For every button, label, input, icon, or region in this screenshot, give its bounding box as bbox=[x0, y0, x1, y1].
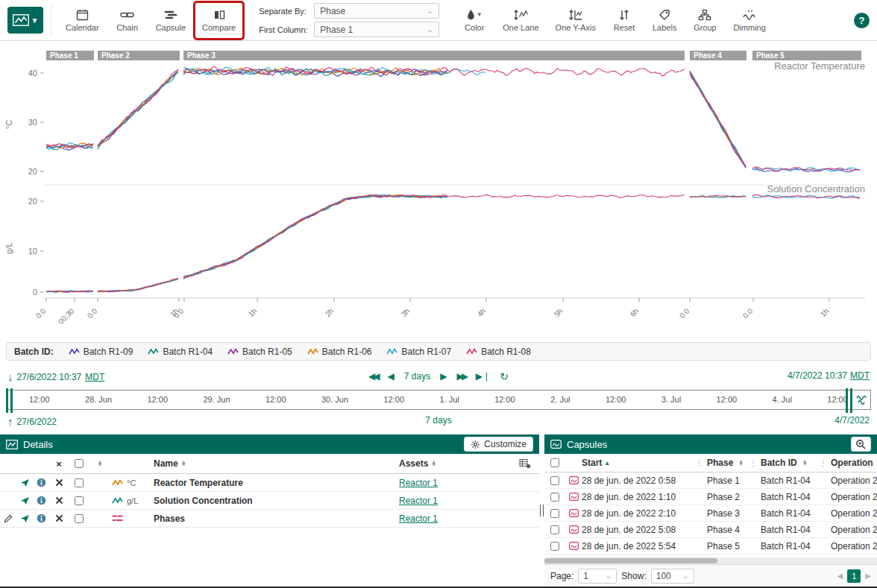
column-menu-icon[interactable]: ⋮ bbox=[749, 459, 757, 467]
show-select[interactable]: 100 ⌄ bbox=[651, 569, 694, 584]
refresh-icon[interactable]: ↻ bbox=[500, 370, 509, 382]
page-select[interactable]: 1 ⌄ bbox=[578, 569, 617, 584]
send-to-organizer-icon[interactable] bbox=[16, 514, 33, 523]
timezone-link[interactable]: MDT bbox=[850, 370, 870, 381]
scrubber-end-handle[interactable] bbox=[846, 388, 848, 413]
name-column-header[interactable]: Name ▲▼ bbox=[154, 458, 399, 469]
timeline-scrubber[interactable]: 12:00 28. Jun 12:00 29. Jun 12:00 30. Ju… bbox=[6, 390, 871, 410]
info-icon[interactable] bbox=[33, 513, 49, 523]
compare-button[interactable]: Compare bbox=[195, 3, 242, 38]
start-column-header[interactable]: Start ▲ ⋮ bbox=[582, 458, 707, 468]
pan-right-double-icon[interactable]: ▶▶ bbox=[456, 371, 465, 382]
send-to-organizer-icon[interactable] bbox=[16, 478, 33, 487]
row-checkbox[interactable] bbox=[75, 496, 84, 505]
scrubber-start-handle[interactable] bbox=[10, 388, 13, 413]
row-checkbox[interactable] bbox=[550, 476, 559, 485]
color-button[interactable]: ▼ Color bbox=[456, 3, 493, 38]
calendar-button[interactable]: Calendar bbox=[59, 3, 106, 38]
timezone-link[interactable]: MDT bbox=[85, 372, 104, 382]
send-to-organizer-icon[interactable] bbox=[16, 496, 33, 505]
one-lane-button[interactable]: One Lane bbox=[496, 3, 545, 38]
row-checkbox[interactable] bbox=[550, 525, 559, 534]
asset-link[interactable]: Reactor 1 bbox=[399, 513, 438, 524]
trend-line[interactable] bbox=[447, 195, 685, 197]
pan-right-icon[interactable]: ▶ bbox=[440, 371, 447, 382]
labels-button[interactable]: Labels bbox=[646, 3, 683, 38]
trend-line[interactable] bbox=[98, 279, 178, 291]
dimming-icon bbox=[742, 8, 757, 21]
timeline-tick: 28. Jun bbox=[85, 395, 112, 404]
customize-button[interactable]: Customize bbox=[464, 437, 533, 452]
capsules-table-header: Start ▲ ⋮ Phase ▲▼ ⋮ Batch ID ▲▼ ⋮ Opera… bbox=[544, 454, 877, 472]
dimming-button[interactable]: Dimming bbox=[726, 3, 772, 38]
row-checkbox[interactable] bbox=[75, 478, 84, 487]
help-button[interactable]: ? bbox=[854, 13, 870, 28]
info-icon[interactable] bbox=[33, 496, 49, 505]
go-to-now-icon[interactable]: ▶❘ bbox=[476, 371, 490, 382]
horizontal-scrollbar[interactable] bbox=[544, 557, 877, 564]
panel-splitter[interactable] bbox=[539, 434, 544, 587]
range-up-arrow-icon: ↑ bbox=[7, 415, 13, 428]
view-selector-button[interactable]: ▼ bbox=[7, 7, 43, 34]
splitter-handle-icon[interactable] bbox=[540, 505, 544, 516]
prev-page-icon[interactable]: ◀ bbox=[837, 572, 843, 580]
phase-header-label: Phase 2 bbox=[101, 51, 130, 60]
select-all-checkbox[interactable] bbox=[550, 458, 559, 467]
trend-line[interactable] bbox=[183, 195, 447, 279]
capsule-operation: Operation 2 bbox=[831, 525, 877, 535]
row-checkbox[interactable] bbox=[550, 493, 559, 502]
capsule-button[interactable]: Capsule bbox=[149, 3, 192, 38]
row-checkbox[interactable] bbox=[75, 514, 84, 523]
column-menu-icon[interactable]: ⋮ bbox=[696, 459, 703, 467]
one-y-axis-button[interactable]: One Y-Axis bbox=[549, 3, 603, 38]
row-checkbox[interactable] bbox=[550, 542, 559, 551]
zoom-to-capsule-button[interactable] bbox=[851, 437, 871, 452]
assets-column-header[interactable]: Assets ▲▼ bbox=[399, 458, 511, 469]
trend-line[interactable] bbox=[183, 195, 447, 277]
scrubber-start-handle[interactable] bbox=[6, 388, 8, 413]
remove-icon[interactable] bbox=[49, 478, 69, 487]
separate-by-select[interactable]: Phase ⌄ bbox=[314, 3, 439, 19]
pan-left-double-icon[interactable]: ◀◀ bbox=[368, 371, 377, 382]
phase-column-header[interactable]: Phase ▲▼ ⋮ bbox=[707, 458, 761, 468]
table-row: 28 de jun. de 2022 5:08 Phase 4 Batch R1… bbox=[544, 522, 877, 538]
trend-line[interactable] bbox=[183, 195, 447, 276]
remove-icon[interactable] bbox=[49, 514, 69, 522]
pan-left-icon[interactable]: ◀ bbox=[388, 371, 395, 382]
chain-button[interactable]: Chain bbox=[109, 3, 146, 38]
reset-button[interactable]: Reset bbox=[606, 3, 643, 38]
investigate-duration-label: 7 days bbox=[425, 415, 451, 426]
column-menu-icon[interactable]: ⋮ bbox=[820, 459, 827, 467]
first-column-select[interactable]: Phase 1 ⌄ bbox=[314, 22, 439, 37]
batch-id-column-header[interactable]: Batch ID ▲▼ ⋮ bbox=[761, 458, 831, 468]
legend-title: Batch ID: bbox=[14, 347, 54, 357]
signal-squiggle-icon bbox=[148, 347, 159, 355]
legend-item-label: Batch R1-07 bbox=[401, 347, 451, 357]
info-icon[interactable] bbox=[33, 478, 49, 487]
row-checkbox[interactable] bbox=[550, 509, 559, 518]
capsules-panel-header: Capsules bbox=[544, 434, 877, 454]
duration-label[interactable]: 7 days bbox=[404, 371, 430, 382]
table-row: Phases Reactor 1 bbox=[0, 510, 539, 528]
remove-icon[interactable] bbox=[49, 496, 69, 505]
asset-link[interactable]: Reactor 1 bbox=[399, 478, 438, 488]
sort-icon[interactable]: ▲▼ bbox=[92, 461, 107, 467]
operation-column-header[interactable]: Operation ▲▼ ⋮ bbox=[831, 458, 877, 468]
column-settings-icon[interactable] bbox=[511, 458, 539, 469]
one-lane-icon bbox=[513, 8, 528, 21]
x-axis-label: 0.0 bbox=[678, 306, 691, 320]
trend-chart[interactable]: Phase 1Phase 2Phase 3Phase 4Phase 5React… bbox=[0, 41, 877, 342]
scrubber-end-handle[interactable] bbox=[850, 388, 852, 413]
capsule-time-toggle-icon[interactable] bbox=[856, 394, 868, 405]
select-all-checkbox[interactable] bbox=[75, 459, 84, 468]
scrollbar-thumb[interactable] bbox=[544, 558, 717, 563]
asset-link[interactable]: Reactor 1 bbox=[399, 496, 438, 506]
group-button[interactable]: Group bbox=[686, 3, 723, 38]
pencil-icon[interactable] bbox=[0, 514, 16, 523]
current-page-button[interactable]: 1 bbox=[847, 569, 861, 583]
legend-item-label: Batch R1-04 bbox=[163, 347, 213, 357]
bottom-panels: Details Customize × ▲▼ Name ▲▼ Assets ▲▼ bbox=[0, 434, 877, 587]
group-button-label: Group bbox=[694, 23, 717, 32]
trend-chart-svg[interactable]: Phase 1Phase 2Phase 3Phase 4Phase 5React… bbox=[0, 41, 877, 342]
next-page-icon[interactable]: ▶ bbox=[865, 572, 871, 580]
